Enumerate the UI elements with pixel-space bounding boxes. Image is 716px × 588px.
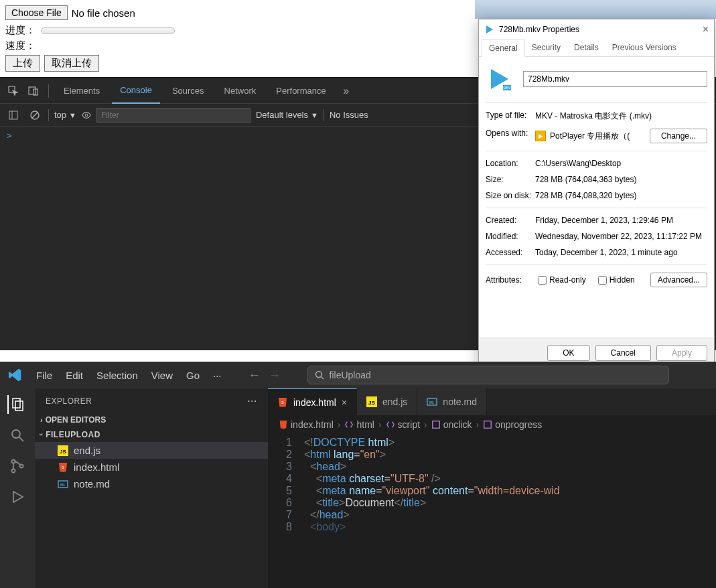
close-icon[interactable]: × <box>703 23 709 35</box>
breadcrumb-item[interactable]: onclick <box>431 419 472 430</box>
command-search[interactable]: fileUpload <box>307 366 669 384</box>
file-tree-item[interactable]: M↓note.md <box>35 475 268 492</box>
editor-tab[interactable]: 5index.html× <box>268 388 357 415</box>
breadcrumb-item[interactable]: onprogress <box>483 419 542 430</box>
code-editor[interactable]: 1<!DOCTYPE html>2<html lang="en">3 <head… <box>268 434 716 588</box>
upload-button[interactable]: 上传 <box>5 55 40 72</box>
breadcrumb-item[interactable]: script <box>386 419 420 430</box>
vscode-window: File Edit Selection View Go ··· ← → file… <box>0 362 716 588</box>
tab-details[interactable]: Details <box>567 40 605 56</box>
source-control-icon[interactable] <box>8 457 27 475</box>
divider <box>486 151 707 151</box>
file-tree-item[interactable]: 5index.html <box>35 459 268 475</box>
breadcrumb-item[interactable]: html <box>344 419 374 430</box>
run-debug-icon[interactable] <box>8 488 27 506</box>
svg-text:M↓: M↓ <box>60 483 66 487</box>
dialog-title: 728Mb.mkv Properties <box>499 25 579 34</box>
nav-forward-icon[interactable]: → <box>269 368 281 382</box>
tab-performance[interactable]: Performance <box>268 78 334 104</box>
explorer-icon[interactable] <box>7 395 26 414</box>
menu-view[interactable]: View <box>151 370 173 381</box>
menu-go[interactable]: Go <box>186 370 200 381</box>
search-panel-icon[interactable] <box>8 426 27 445</box>
folder-section[interactable]: ›FILEUPLOAD <box>35 427 268 442</box>
type-value: MKV - Matroska 电影文件 (.mkv) <box>535 111 707 122</box>
tab-console[interactable]: Console <box>112 78 160 104</box>
menu-edit[interactable]: Edit <box>66 370 83 381</box>
progress-label: 进度： <box>5 24 35 37</box>
svg-rect-32 <box>484 421 492 429</box>
context-select[interactable]: top▼ <box>54 110 76 120</box>
change-app-button[interactable]: Change... <box>650 129 707 143</box>
size-label: Size: <box>486 175 535 184</box>
ok-button[interactable]: OK <box>547 345 589 361</box>
properties-dialog: 728Mb.mkv Properties × General Security … <box>478 19 715 368</box>
readonly-checkbox[interactable]: Read-only <box>538 275 586 285</box>
svg-line-17 <box>19 437 23 441</box>
live-expression-icon[interactable] <box>82 107 91 123</box>
more-tabs-icon[interactable]: » <box>338 83 354 99</box>
tab-sources[interactable]: Sources <box>164 78 212 104</box>
type-label: Type of file: <box>486 111 535 122</box>
apply-button[interactable]: Apply <box>656 345 707 361</box>
svg-rect-4 <box>9 111 17 119</box>
tab-general[interactable]: General <box>482 40 525 57</box>
svg-point-12 <box>315 372 321 378</box>
menu-more-icon[interactable]: ··· <box>213 370 222 381</box>
console-sidebar-icon[interactable] <box>5 107 21 123</box>
no-issues-label[interactable]: No Issues <box>330 110 368 120</box>
size-value: 728 MB (764,084,363 bytes) <box>535 175 707 184</box>
filename-input[interactable] <box>523 71 707 87</box>
divider <box>48 109 49 121</box>
svg-line-7 <box>32 113 38 118</box>
editor-tab[interactable]: M↓note.md <box>417 388 487 415</box>
menu-selection[interactable]: Selection <box>96 370 138 381</box>
close-tab-icon[interactable]: × <box>342 397 347 408</box>
file-chosen-label: No file chosen <box>72 7 135 19</box>
divider <box>324 109 324 121</box>
accessed-label: Accessed: <box>486 248 535 257</box>
divider <box>486 208 707 208</box>
explorer-sidebar: EXPLORER ··· ›OPEN EDITORS ›FILEUPLOAD J… <box>35 388 268 588</box>
menu-file[interactable]: File <box>36 370 52 381</box>
desktop-background <box>475 0 716 19</box>
nav-back-icon[interactable]: ← <box>248 368 261 382</box>
choose-file-button[interactable]: Choose File <box>5 5 68 20</box>
open-editors-section[interactable]: ›OPEN EDITORS <box>35 413 268 427</box>
divider <box>486 102 707 103</box>
explorer-title: EXPLORER <box>46 396 92 406</box>
attributes-label: Attributes: <box>486 275 535 285</box>
file-type-icon <box>484 24 495 35</box>
hidden-checkbox[interactable]: Hidden <box>598 275 635 285</box>
cancel-upload-button[interactable]: 取消上传 <box>44 55 99 72</box>
file-large-icon: MKV <box>486 65 514 93</box>
file-tree-item[interactable]: JSend.js <box>35 442 268 459</box>
editor-area: 5index.html×JSend.jsM↓note.md index.html… <box>268 388 716 588</box>
svg-text:JS: JS <box>368 400 375 406</box>
inspect-icon[interactable] <box>5 83 21 99</box>
svg-text:MKV: MKV <box>504 86 512 90</box>
svg-line-13 <box>321 377 324 379</box>
log-levels-select[interactable]: Default levels▼ <box>256 110 318 120</box>
tab-network[interactable]: Network <box>216 78 265 104</box>
clear-console-icon[interactable] <box>27 107 43 123</box>
tab-security[interactable]: Security <box>525 40 567 56</box>
svg-text:JS: JS <box>60 449 66 455</box>
tab-elements[interactable]: Elements <box>56 78 108 104</box>
vscode-logo-icon <box>8 368 23 382</box>
svg-point-16 <box>12 430 20 438</box>
modified-value: Wednesday, November 22, 2023, 11:17:22 P… <box>535 232 707 241</box>
breadcrumb-item[interactable]: index.html <box>279 419 334 430</box>
tab-previous-versions[interactable]: Previous Versions <box>605 40 683 56</box>
console-filter-input[interactable] <box>96 108 250 123</box>
cancel-button[interactable]: Cancel <box>595 345 651 361</box>
svg-rect-15 <box>15 401 23 411</box>
svg-rect-1 <box>29 87 35 94</box>
editor-tab[interactable]: JSend.js <box>357 388 417 415</box>
location-label: Location: <box>486 159 535 168</box>
svg-rect-14 <box>13 398 20 408</box>
explorer-more-icon[interactable]: ··· <box>247 395 257 407</box>
device-toggle-icon[interactable] <box>25 83 42 99</box>
divider <box>486 265 707 265</box>
advanced-button[interactable]: Advanced... <box>650 273 707 287</box>
